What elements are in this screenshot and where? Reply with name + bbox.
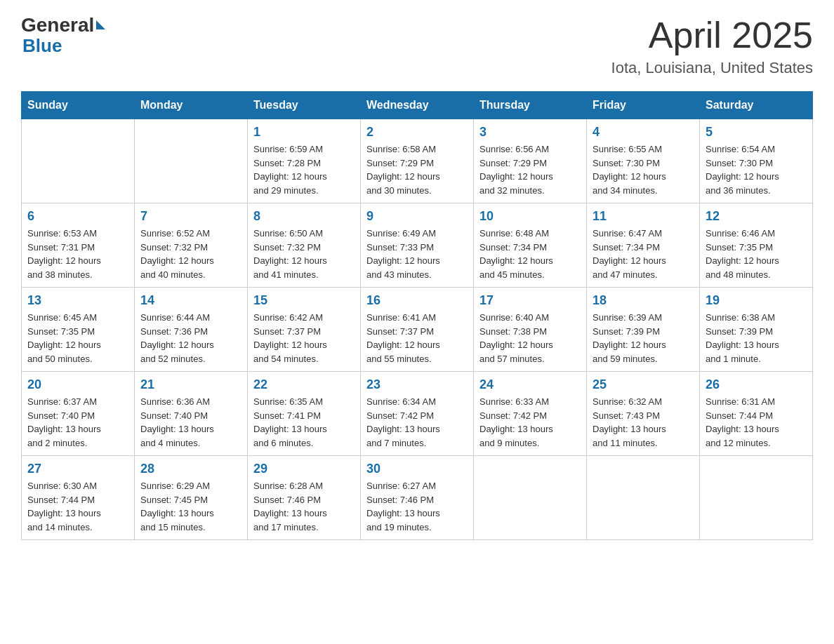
day-of-week-header: Saturday (700, 92, 813, 119)
day-of-week-header: Tuesday (248, 92, 361, 119)
day-number: 7 (140, 209, 241, 224)
day-info: Sunrise: 6:37 AM Sunset: 7:40 PM Dayligh… (27, 395, 128, 450)
calendar-cell: 20Sunrise: 6:37 AM Sunset: 7:40 PM Dayli… (22, 372, 135, 456)
calendar-cell: 23Sunrise: 6:34 AM Sunset: 7:42 PM Dayli… (361, 372, 474, 456)
day-info: Sunrise: 6:30 AM Sunset: 7:44 PM Dayligh… (27, 479, 128, 534)
calendar-cell: 8Sunrise: 6:50 AM Sunset: 7:32 PM Daylig… (248, 203, 361, 288)
day-number: 14 (140, 293, 241, 308)
calendar-cell: 27Sunrise: 6:30 AM Sunset: 7:44 PM Dayli… (22, 456, 135, 540)
calendar-cell: 30Sunrise: 6:27 AM Sunset: 7:46 PM Dayli… (361, 456, 474, 540)
day-number: 17 (479, 293, 581, 308)
calendar-cell: 26Sunrise: 6:31 AM Sunset: 7:44 PM Dayli… (700, 372, 813, 456)
day-of-week-header: Wednesday (361, 92, 474, 119)
calendar-cell: 21Sunrise: 6:36 AM Sunset: 7:40 PM Dayli… (135, 372, 248, 456)
calendar-cell: 2Sunrise: 6:58 AM Sunset: 7:29 PM Daylig… (361, 119, 474, 203)
day-info: Sunrise: 6:40 AM Sunset: 7:38 PM Dayligh… (479, 311, 581, 365)
day-number: 12 (706, 209, 807, 224)
day-number: 19 (706, 293, 807, 308)
calendar-cell: 11Sunrise: 6:47 AM Sunset: 7:34 PM Dayli… (587, 203, 700, 288)
day-info: Sunrise: 6:28 AM Sunset: 7:46 PM Dayligh… (253, 479, 355, 534)
month-title: April 2025 (611, 14, 813, 56)
day-info: Sunrise: 6:48 AM Sunset: 7:34 PM Dayligh… (479, 227, 581, 281)
location-title: Iota, Louisiana, United States (611, 59, 813, 77)
day-info: Sunrise: 6:47 AM Sunset: 7:34 PM Dayligh… (593, 227, 694, 281)
calendar-cell (700, 456, 813, 540)
day-info: Sunrise: 6:52 AM Sunset: 7:32 PM Dayligh… (140, 227, 241, 281)
day-info: Sunrise: 6:41 AM Sunset: 7:37 PM Dayligh… (366, 311, 468, 365)
day-number: 21 (140, 377, 241, 392)
day-info: Sunrise: 6:36 AM Sunset: 7:40 PM Dayligh… (140, 395, 241, 450)
calendar-week-row: 20Sunrise: 6:37 AM Sunset: 7:40 PM Dayli… (22, 372, 813, 456)
logo-blue-text: Blue (22, 36, 105, 55)
calendar-cell: 15Sunrise: 6:42 AM Sunset: 7:37 PM Dayli… (248, 288, 361, 372)
calendar-cell: 1Sunrise: 6:59 AM Sunset: 7:28 PM Daylig… (248, 119, 361, 203)
calendar-week-row: 1Sunrise: 6:59 AM Sunset: 7:28 PM Daylig… (22, 119, 813, 203)
day-info: Sunrise: 6:34 AM Sunset: 7:42 PM Dayligh… (366, 395, 468, 450)
day-number: 20 (27, 377, 128, 392)
calendar-cell: 28Sunrise: 6:29 AM Sunset: 7:45 PM Dayli… (135, 456, 248, 540)
calendar-cell: 6Sunrise: 6:53 AM Sunset: 7:31 PM Daylig… (22, 203, 135, 288)
title-section: April 2025 Iota, Louisiana, United State… (611, 14, 813, 77)
calendar-cell: 5Sunrise: 6:54 AM Sunset: 7:30 PM Daylig… (700, 119, 813, 203)
calendar-cell: 18Sunrise: 6:39 AM Sunset: 7:39 PM Dayli… (587, 288, 700, 372)
day-info: Sunrise: 6:32 AM Sunset: 7:43 PM Dayligh… (593, 395, 694, 450)
day-number: 27 (27, 462, 128, 476)
calendar-cell (135, 119, 248, 203)
day-info: Sunrise: 6:38 AM Sunset: 7:39 PM Dayligh… (706, 311, 807, 365)
day-info: Sunrise: 6:55 AM Sunset: 7:30 PM Dayligh… (593, 142, 694, 197)
day-info: Sunrise: 6:58 AM Sunset: 7:29 PM Dayligh… (366, 142, 468, 197)
day-number: 23 (366, 377, 468, 392)
day-of-week-header: Monday (135, 92, 248, 119)
day-number: 16 (366, 293, 468, 308)
day-number: 25 (593, 377, 694, 392)
calendar-week-row: 27Sunrise: 6:30 AM Sunset: 7:44 PM Dayli… (22, 456, 813, 540)
calendar-cell: 17Sunrise: 6:40 AM Sunset: 7:38 PM Dayli… (474, 288, 587, 372)
calendar-cell: 16Sunrise: 6:41 AM Sunset: 7:37 PM Dayli… (361, 288, 474, 372)
day-info: Sunrise: 6:59 AM Sunset: 7:28 PM Dayligh… (253, 142, 355, 197)
day-info: Sunrise: 6:27 AM Sunset: 7:46 PM Dayligh… (366, 479, 468, 534)
calendar-cell: 9Sunrise: 6:49 AM Sunset: 7:33 PM Daylig… (361, 203, 474, 288)
page-header: General Blue April 2025 Iota, Louisiana,… (21, 14, 813, 77)
calendar-week-row: 6Sunrise: 6:53 AM Sunset: 7:31 PM Daylig… (22, 203, 813, 288)
day-info: Sunrise: 6:35 AM Sunset: 7:41 PM Dayligh… (253, 395, 355, 450)
day-of-week-header: Thursday (474, 92, 587, 119)
calendar-table: SundayMondayTuesdayWednesdayThursdayFrid… (21, 91, 813, 540)
day-number: 18 (593, 293, 694, 308)
day-number: 4 (593, 125, 694, 140)
calendar-cell: 22Sunrise: 6:35 AM Sunset: 7:41 PM Dayli… (248, 372, 361, 456)
day-info: Sunrise: 6:45 AM Sunset: 7:35 PM Dayligh… (27, 311, 128, 365)
day-number: 29 (253, 462, 355, 476)
calendar-cell: 19Sunrise: 6:38 AM Sunset: 7:39 PM Dayli… (700, 288, 813, 372)
day-number: 11 (593, 209, 694, 224)
calendar-cell: 12Sunrise: 6:46 AM Sunset: 7:35 PM Dayli… (700, 203, 813, 288)
day-number: 5 (706, 125, 807, 140)
day-number: 22 (253, 377, 355, 392)
day-number: 2 (366, 125, 468, 140)
day-of-week-header: Sunday (22, 92, 135, 119)
day-number: 8 (253, 209, 355, 224)
day-number: 15 (253, 293, 355, 308)
day-info: Sunrise: 6:53 AM Sunset: 7:31 PM Dayligh… (27, 227, 128, 281)
calendar-cell: 4Sunrise: 6:55 AM Sunset: 7:30 PM Daylig… (587, 119, 700, 203)
day-info: Sunrise: 6:49 AM Sunset: 7:33 PM Dayligh… (366, 227, 468, 281)
day-number: 1 (253, 125, 355, 140)
calendar-cell: 3Sunrise: 6:56 AM Sunset: 7:29 PM Daylig… (474, 119, 587, 203)
day-number: 6 (27, 209, 128, 224)
day-info: Sunrise: 6:42 AM Sunset: 7:37 PM Dayligh… (253, 311, 355, 365)
logo-general-text: General (21, 14, 94, 36)
logo: General Blue (21, 14, 105, 55)
day-number: 10 (479, 209, 581, 224)
day-number: 28 (140, 462, 241, 476)
day-info: Sunrise: 6:54 AM Sunset: 7:30 PM Dayligh… (706, 142, 807, 197)
day-info: Sunrise: 6:44 AM Sunset: 7:36 PM Dayligh… (140, 311, 241, 365)
day-info: Sunrise: 6:29 AM Sunset: 7:45 PM Dayligh… (140, 479, 241, 534)
day-number: 3 (479, 125, 581, 140)
day-info: Sunrise: 6:50 AM Sunset: 7:32 PM Dayligh… (253, 227, 355, 281)
day-info: Sunrise: 6:31 AM Sunset: 7:44 PM Dayligh… (706, 395, 807, 450)
calendar-cell: 13Sunrise: 6:45 AM Sunset: 7:35 PM Dayli… (22, 288, 135, 372)
day-info: Sunrise: 6:56 AM Sunset: 7:29 PM Dayligh… (479, 142, 581, 197)
calendar-cell: 25Sunrise: 6:32 AM Sunset: 7:43 PM Dayli… (587, 372, 700, 456)
day-number: 30 (366, 462, 468, 476)
day-of-week-header: Friday (587, 92, 700, 119)
day-number: 13 (27, 293, 128, 308)
